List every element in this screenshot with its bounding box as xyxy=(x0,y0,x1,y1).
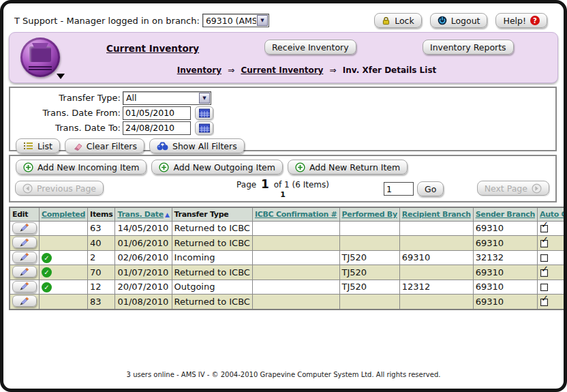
cell-completed: ✓ xyxy=(40,265,88,280)
inventory-reports-button[interactable]: Inventory Reports xyxy=(423,40,514,55)
breadcrumb: Inventory ⇒ Current Inventory ⇒ Inv. Xfe… xyxy=(10,65,557,75)
cell-items: 40 xyxy=(88,236,115,251)
branch-select[interactable]: 69310 (AMS) ▼ xyxy=(202,14,269,27)
column-header-trans_date[interactable]: Trans. Date▲ xyxy=(115,207,172,221)
table-row: ✓1220/07/2010OutgoingTJ5201231269310 xyxy=(10,280,567,295)
cell-auto_created xyxy=(538,250,567,265)
nav-current-inventory[interactable]: Current Inventory xyxy=(106,43,199,54)
date-to-calendar-button[interactable] xyxy=(195,121,213,135)
chevron-down-icon: ▼ xyxy=(257,15,268,26)
cell-trans_date: 02/06/2010 xyxy=(115,250,172,265)
help-button-label: Help! xyxy=(503,16,526,26)
transfer-type-select[interactable]: All ▼ xyxy=(123,91,211,105)
cell-sender_branch: 69310 xyxy=(473,236,537,251)
column-header-performed_by[interactable]: Performed By xyxy=(339,207,399,221)
cell-icbc_confirmation xyxy=(252,280,339,295)
cell-sender_branch: 69310 xyxy=(473,265,537,280)
completed-icon: ✓ xyxy=(42,267,52,277)
list-button[interactable]: List xyxy=(16,138,60,153)
date-from-label: Trans. Date From: xyxy=(10,108,123,118)
cell-transfer_type: Incoming xyxy=(172,250,252,265)
add-return-item-button[interactable]: Add New Return Item xyxy=(288,160,408,175)
column-header-recipient_branch[interactable]: Recipient Branch xyxy=(399,207,473,221)
cell-icbc_confirmation xyxy=(252,265,339,280)
date-to-label: Trans. Date To: xyxy=(10,123,123,133)
cell-auto_created: ✓ xyxy=(538,221,567,236)
receive-inventory-button[interactable]: Receive Inventory xyxy=(264,40,356,55)
add-outgoing-label: Add New Outgoing Item xyxy=(173,162,275,172)
cell-items: 63 xyxy=(88,221,115,236)
lock-button[interactable]: Lock xyxy=(374,13,422,28)
column-header-icbc_confirmation[interactable]: ICBC Confirmation # xyxy=(252,207,339,221)
auto-created-checkbox: ✓ xyxy=(540,225,548,232)
date-from-input[interactable] xyxy=(123,106,191,120)
edit-button[interactable] xyxy=(12,266,37,277)
cell-icbc_confirmation xyxy=(252,295,339,310)
date-to-input[interactable] xyxy=(123,121,191,135)
auto-created-checkbox xyxy=(540,284,548,291)
plus-circle-icon xyxy=(159,162,169,172)
breadcrumb-current-page: Inv. Xfer Details List xyxy=(343,65,436,75)
cell-trans_date: 01/07/2010 xyxy=(115,265,172,280)
page-indicator: Page 1 of 1 (6 Items) 1 xyxy=(10,179,555,200)
show-all-filters-button[interactable]: Show All Filters xyxy=(149,138,245,153)
add-incoming-item-button[interactable]: Add New Incoming Item xyxy=(16,160,147,175)
next-page-button[interactable]: Next Page xyxy=(477,181,549,196)
cell-recipient_branch: 12312 xyxy=(399,280,473,295)
filter-panel: Transfer Type: All ▼ Trans. Date From: T xyxy=(9,87,557,151)
column-header-sender_branch[interactable]: Sender Branch xyxy=(473,207,537,221)
pencil-icon xyxy=(19,282,30,291)
cell-completed: ✓ xyxy=(40,280,88,295)
cell-transfer_type: Returned to ICBC xyxy=(172,221,252,236)
column-header-completed[interactable]: Completed xyxy=(40,207,88,221)
cell-completed xyxy=(40,236,88,251)
cell-transfer_type: Returned to ICBC xyxy=(172,295,252,310)
cell-completed xyxy=(40,295,88,310)
clear-filters-button[interactable]: Clear Filters xyxy=(65,138,144,153)
cell-transfer_type: Returned to ICBC xyxy=(172,236,252,251)
edit-button[interactable] xyxy=(12,222,37,234)
help-button[interactable]: Help! ? xyxy=(495,13,547,28)
date-from-calendar-button[interactable] xyxy=(195,106,213,120)
table-row: 6314/05/2010Returned to ICBC69310✓ xyxy=(10,221,567,236)
cell-sender_branch: 69310 xyxy=(473,280,537,295)
top-bar: T Support - Manager logged in on branch:… xyxy=(9,12,558,29)
transfers-table-wrap: EditCompletedItemsTrans. Date▲Transfer T… xyxy=(9,207,567,310)
table-row: 8301/08/2010Returned to ICBC69310✓ xyxy=(10,295,567,310)
lock-button-label: Lock xyxy=(395,16,414,26)
cell-trans_date: 01/06/2010 xyxy=(115,236,172,251)
breadcrumb-separator-icon: ⇒ xyxy=(330,65,337,75)
show-all-filters-label: Show All Filters xyxy=(172,141,237,151)
transfers-table: EditCompletedItemsTrans. Date▲Transfer T… xyxy=(9,207,567,310)
eraser-icon xyxy=(72,142,82,151)
power-icon xyxy=(438,16,447,25)
edit-button[interactable] xyxy=(12,237,37,248)
cell-transfer_type: Outgoing xyxy=(172,280,252,295)
logout-button-label: Logout xyxy=(451,16,480,26)
logout-button[interactable]: Logout xyxy=(430,13,488,28)
cell-performed_by: TJ520 xyxy=(339,265,399,280)
edit-button[interactable] xyxy=(12,281,37,292)
cell-icbc_confirmation xyxy=(252,236,339,251)
cell-icbc_confirmation xyxy=(252,250,339,265)
edit-button[interactable] xyxy=(12,252,37,263)
breadcrumb-link-inventory[interactable]: Inventory xyxy=(177,65,221,75)
breadcrumb-link-current-inventory[interactable]: Current Inventory xyxy=(241,65,323,75)
goto-page-group: Go xyxy=(384,181,444,196)
cell-performed_by xyxy=(339,236,399,251)
page-number-link[interactable]: 1 xyxy=(10,190,555,200)
go-button[interactable]: Go xyxy=(417,181,444,196)
cell-recipient_branch xyxy=(399,265,473,280)
branch-select-value: 69310 (AMS) xyxy=(203,16,256,26)
goto-page-input[interactable] xyxy=(384,182,414,196)
cell-recipient_branch xyxy=(399,236,473,251)
pencil-icon xyxy=(19,267,30,277)
table-row: 4001/06/2010Returned to ICBC69310✓ xyxy=(10,236,567,251)
module-banner: Current Inventory Receive Inventory Inve… xyxy=(9,32,558,83)
auto-created-checkbox: ✓ xyxy=(540,299,548,306)
column-header-auto_created[interactable]: Auto Created xyxy=(538,207,567,221)
clear-filters-label: Clear Filters xyxy=(87,141,137,151)
add-outgoing-item-button[interactable]: Add New Outgoing Item xyxy=(151,160,282,175)
edit-button[interactable] xyxy=(12,295,37,307)
cell-edit xyxy=(10,250,40,265)
